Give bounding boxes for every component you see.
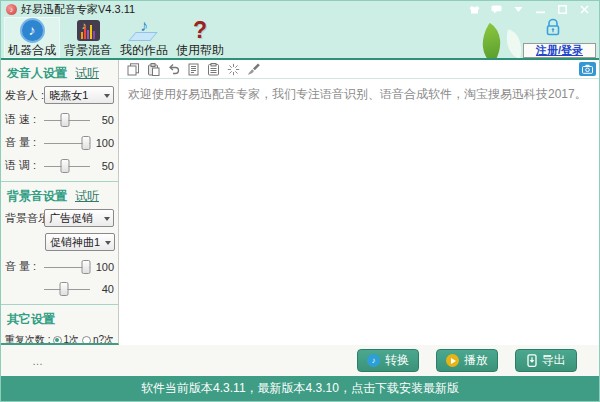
- paste-icon[interactable]: [146, 62, 161, 77]
- section-separator: [1, 304, 118, 305]
- toolbar-item-machine-synthesis[interactable]: ♪ 机器合成: [4, 17, 60, 58]
- login-register-button[interactable]: 注册/登录: [523, 43, 596, 58]
- slider-handle[interactable]: [61, 159, 70, 173]
- slider-handle[interactable]: [61, 113, 70, 127]
- chevron-down-icon: [104, 94, 110, 98]
- repeat-once-radio[interactable]: [53, 336, 62, 345]
- settings-sidebar: 发音人设置 试听 发音人 : 晓燕女1 语 速 : 50 音 量 : 100: [1, 60, 119, 345]
- app-window: ♪ 好易迅配音专家V4.3.11 ♪ 机器合成: [0, 0, 600, 402]
- bg-mix-slider[interactable]: [44, 282, 90, 296]
- toolbar-item-background-mix[interactable]: ♪ 背景混音: [60, 17, 116, 58]
- slider-handle[interactable]: [82, 136, 91, 150]
- play-icon: [446, 354, 459, 367]
- pitch-slider-row: 语 调 : 50: [5, 158, 114, 173]
- menu-caret-icon[interactable]: [513, 5, 524, 14]
- bg-volume-slider-row: 音 量 : 100: [5, 259, 114, 274]
- equalizer-music-icon: ♪: [77, 20, 100, 41]
- export-button-label: 导出: [542, 352, 566, 369]
- maximize-button[interactable]: [557, 5, 568, 14]
- bg-volume-slider[interactable]: [44, 260, 90, 274]
- text-editor-area[interactable]: 欢迎使用好易迅配音专家，我们专注语音识别、语音合成软件，淘宝搜易迅科技2017。: [119, 79, 599, 345]
- volume-label: 音 量 :: [5, 135, 42, 150]
- editor-toolbar: [119, 60, 599, 79]
- convert-button-label: 转换: [385, 352, 409, 369]
- speaker-select[interactable]: 晓燕女1: [44, 86, 114, 104]
- background-preview-link[interactable]: 试听: [75, 188, 99, 205]
- bg-music-category-select[interactable]: 广告促销: [44, 209, 114, 227]
- feedback-icon[interactable]: [491, 5, 502, 14]
- repeat-n-radio[interactable]: [82, 336, 91, 345]
- play-button-label: 播放: [464, 352, 488, 369]
- bg-music-label: 背景音乐:: [5, 211, 44, 226]
- repeat-n-label[interactable]: n?次: [93, 333, 114, 345]
- music-pad-icon: ♪: [130, 18, 158, 43]
- pitch-value: 50: [92, 160, 114, 172]
- lock-icon: [543, 17, 563, 41]
- chevron-down-icon: [105, 241, 111, 245]
- other-settings-title: 其它设置: [7, 311, 55, 328]
- minimize-button[interactable]: [535, 5, 546, 14]
- undo-icon[interactable]: [166, 62, 181, 77]
- voice-preview-link[interactable]: 试听: [75, 65, 99, 82]
- slider-handle[interactable]: [60, 282, 69, 296]
- app-logo-icon: ♪: [6, 4, 17, 15]
- convert-button[interactable]: ♪ 转换: [357, 349, 419, 372]
- speaker-label: 发音人 :: [5, 88, 44, 103]
- bg-volume-value: 100: [92, 261, 114, 273]
- brush-icon[interactable]: [246, 62, 261, 77]
- background-settings-title: 背景音设置: [7, 188, 67, 205]
- skin-icon[interactable]: [469, 5, 480, 14]
- bg-music-track-value: 促销神曲1: [50, 236, 100, 248]
- repeat-count-label: 重复次数 :: [5, 333, 51, 345]
- close-button[interactable]: [579, 5, 590, 14]
- play-button[interactable]: 播放: [436, 349, 498, 372]
- window-controls: [469, 5, 590, 14]
- toolbar-item-label: 我的作品: [120, 43, 168, 57]
- toolbar-item-help[interactable]: ? 使用帮助: [172, 17, 228, 58]
- repeat-once-label[interactable]: 1次: [64, 333, 80, 345]
- slider-handle[interactable]: [82, 260, 91, 274]
- status-bar[interactable]: 软件当前版本4.3.11，最新版本4.3.10，点击下载安装最新版: [1, 376, 599, 401]
- speed-slider[interactable]: [44, 113, 90, 127]
- toolbar-item-label: 机器合成: [8, 43, 56, 57]
- version-status-text: 软件当前版本4.3.11，最新版本4.3.10，点击下载安装最新版: [141, 381, 459, 395]
- volume-slider-row: 音 量 : 100: [5, 135, 114, 150]
- bg-music-category-value: 广告促销: [49, 212, 93, 224]
- repeat-count-row: 重复次数 : 1次 n?次: [5, 333, 114, 345]
- section-separator: [1, 181, 118, 182]
- welcome-text: 欢迎使用好易迅配音专家，我们专注语音识别、语音合成软件，淘宝搜易迅科技2017。: [128, 87, 587, 101]
- bg-volume-label: 音 量 :: [5, 259, 42, 274]
- toolbar-item-label: 使用帮助: [176, 43, 224, 57]
- question-mark-icon: ?: [193, 18, 207, 43]
- editor-panel: 欢迎使用好易迅配音专家，我们专注语音识别、语音合成软件，淘宝搜易迅科技2017。: [119, 60, 599, 345]
- export-button[interactable]: 导出: [515, 349, 577, 372]
- speed-slider-row: 语 速 : 50: [5, 112, 114, 127]
- music-note-circle-icon: ♪: [20, 18, 45, 43]
- save-icon[interactable]: [206, 62, 221, 77]
- camera-icon[interactable]: [579, 62, 596, 76]
- music-note-icon: ♪: [367, 354, 380, 367]
- export-icon: [527, 354, 537, 367]
- speed-label: 语 速 :: [5, 112, 42, 127]
- bg-mix-value: 40: [92, 283, 114, 295]
- volume-value: 100: [92, 137, 114, 149]
- copy-icon[interactable]: [126, 62, 141, 77]
- login-register-label: 注册/登录: [536, 44, 583, 56]
- more-button[interactable]: …: [32, 355, 44, 367]
- toolbar-item-my-works[interactable]: ♪ 我的作品: [116, 17, 172, 58]
- speed-value: 50: [92, 114, 114, 126]
- action-bar: … ♪ 转换 播放 导出: [1, 345, 599, 376]
- voice-settings-title: 发音人设置: [7, 65, 67, 82]
- bg-mix-slider-row: 40: [5, 282, 114, 296]
- bg-music-track-select[interactable]: 促销神曲1: [45, 233, 115, 251]
- speaker-select-value: 晓燕女1: [49, 89, 88, 101]
- clear-icon[interactable]: [226, 62, 241, 77]
- document-icon[interactable]: [186, 62, 201, 77]
- pitch-slider[interactable]: [44, 159, 90, 173]
- toolbar-item-label: 背景混音: [64, 43, 112, 57]
- chevron-down-icon: [104, 217, 110, 221]
- volume-slider[interactable]: [44, 136, 90, 150]
- window-title: 好易迅配音专家V4.3.11: [21, 2, 135, 17]
- pitch-label: 语 调 :: [5, 158, 42, 173]
